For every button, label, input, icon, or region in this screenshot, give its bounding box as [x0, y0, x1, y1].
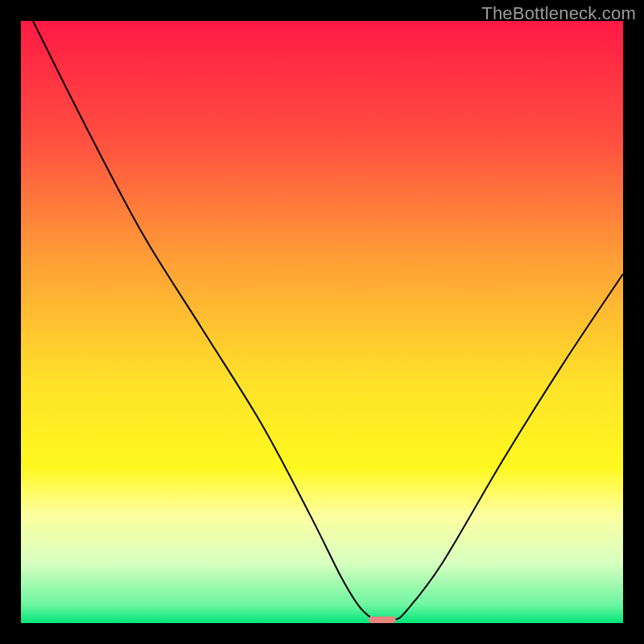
gradient-background — [21, 21, 623, 623]
chart-canvas — [21, 21, 623, 623]
optimal-marker — [369, 617, 396, 623]
watermark-text: TheBottleneck.com — [481, 3, 636, 24]
